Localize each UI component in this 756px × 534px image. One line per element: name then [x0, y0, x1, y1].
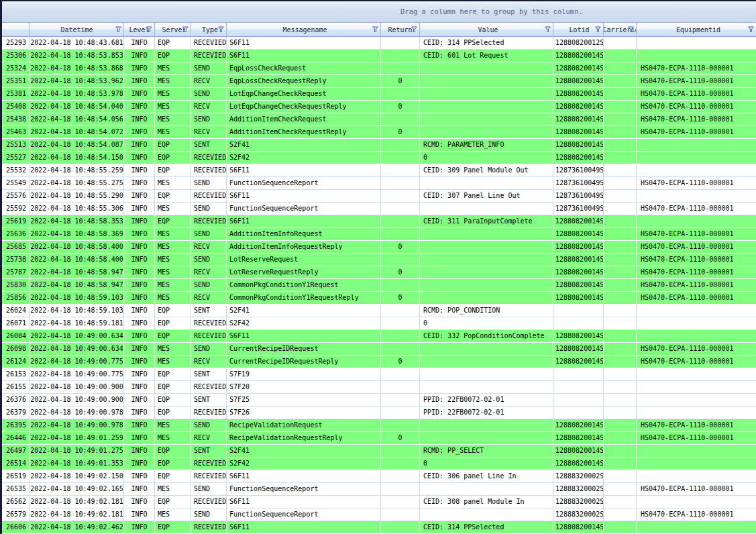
cell-type[interactable]: SENT [191, 394, 227, 407]
table-row[interactable]: 252932022-04-18 10:48:43.681INFOEQPRECEV… [2, 37, 756, 50]
cell-level[interactable]: INFO [124, 126, 155, 139]
cell-type[interactable]: SENT [191, 305, 227, 317]
cell-type[interactable]: RECEVIED [191, 496, 227, 509]
cell-value[interactable] [420, 343, 553, 356]
cell-server[interactable]: EQP [155, 407, 191, 419]
cell-equipmentid[interactable] [637, 445, 756, 458]
cell-carrierid[interactable] [604, 470, 637, 483]
table-row[interactable]: 255272022-04-18 10:48:54.150INFOEQPRECEV… [2, 152, 756, 164]
cell-return[interactable] [381, 521, 420, 534]
cell-server[interactable]: MES [155, 343, 191, 356]
cell-datetime[interactable]: 2022-04-18 10:48:58.947 [30, 266, 124, 279]
cell-rowid[interactable]: 26379 [2, 407, 30, 419]
cell-datetime[interactable]: 2022-04-18 10:49:00.978 [30, 407, 124, 419]
cell-equipmentid[interactable]: HS0470-ECPA-1110-000001 [637, 279, 756, 292]
cell-equipmentid[interactable] [637, 37, 756, 50]
cell-level[interactable]: INFO [124, 407, 155, 419]
cell-datetime[interactable]: 2022-04-18 10:48:59.181 [30, 317, 124, 330]
cell-value[interactable]: CEID: 306 panel Line In [420, 470, 553, 483]
cell-server[interactable]: EQP [155, 164, 191, 177]
cell-rowid[interactable]: 25685 [2, 241, 30, 254]
cell-datetime[interactable]: 2022-04-18 10:48:55.259 [30, 164, 124, 177]
cell-equipmentid[interactable]: HS0470-ECPA-1110-000001 [637, 88, 756, 101]
cell-lotid[interactable]: 12880820014S [553, 254, 604, 266]
cell-return[interactable] [381, 113, 420, 126]
cell-type[interactable]: SEND [191, 419, 227, 432]
cell-messagename[interactable]: FunctionSequenceReport [227, 483, 381, 496]
cell-server[interactable]: MES [155, 279, 191, 292]
table-row[interactable]: 266062022-04-18 10:49:02.462INFOEQPRECEV… [2, 521, 756, 534]
cell-datetime[interactable]: 2022-04-18 10:49:00.634 [30, 343, 124, 356]
cell-type[interactable]: SEND [191, 483, 227, 496]
cell-return[interactable]: 0 [381, 292, 420, 305]
column-header-rowid[interactable] [2, 23, 30, 37]
cell-rowid[interactable]: 25351 [2, 75, 30, 88]
cell-value[interactable] [420, 279, 553, 292]
cell-return[interactable]: 0 [381, 101, 420, 113]
cell-rowid[interactable]: 25619 [2, 215, 30, 228]
table-row[interactable]: 256192022-04-18 10:48:58.353INFOEQPRECEV… [2, 215, 756, 228]
cell-server[interactable]: MES [155, 101, 191, 113]
cell-value[interactable] [420, 88, 553, 101]
cell-carrierid[interactable] [604, 458, 637, 470]
cell-equipmentid[interactable]: HS0470-ECPA-1110-000001 [637, 432, 756, 445]
cell-level[interactable]: INFO [124, 164, 155, 177]
cell-equipmentid[interactable] [637, 381, 756, 394]
table-row[interactable]: 260982022-04-18 10:49:00.634INFOMESSENDC… [2, 343, 756, 356]
cell-carrierid[interactable] [604, 215, 637, 228]
cell-equipmentid[interactable] [637, 368, 756, 381]
cell-return[interactable] [381, 152, 420, 164]
cell-messagename[interactable]: EqpLossCheckRequestReply [227, 75, 381, 88]
cell-datetime[interactable]: 2022-04-18 10:49:00.775 [30, 356, 124, 368]
cell-return[interactable] [381, 381, 420, 394]
cell-rowid[interactable]: 26562 [2, 496, 30, 509]
cell-level[interactable]: INFO [124, 101, 155, 113]
cell-messagename[interactable]: LotReserveRequest [227, 254, 381, 266]
cell-messagename[interactable]: AdditionItemCheckRequestReply [227, 126, 381, 139]
cell-carrierid[interactable] [604, 483, 637, 496]
cell-carrierid[interactable] [604, 62, 637, 75]
cell-value[interactable] [420, 509, 553, 521]
cell-type[interactable]: SENT [191, 368, 227, 381]
cell-type[interactable]: RECV [191, 356, 227, 368]
cell-value[interactable]: RCMD: PARAMETER_INFO [420, 139, 553, 152]
cell-return[interactable]: 0 [381, 241, 420, 254]
cell-carrierid[interactable] [604, 279, 637, 292]
cell-messagename[interactable]: S2F42 [227, 458, 381, 470]
cell-server[interactable]: MES [155, 292, 191, 305]
cell-equipmentid[interactable]: HS0470-ECPA-1110-000001 [637, 356, 756, 368]
cell-datetime[interactable]: 2022-04-18 10:48:58.353 [30, 215, 124, 228]
cell-carrierid[interactable] [604, 152, 637, 164]
cell-datetime[interactable]: 2022-04-18 10:48:53.978 [30, 88, 124, 101]
cell-equipmentid[interactable]: HS0470-ECPA-1110-000001 [637, 292, 756, 305]
cell-messagename[interactable]: S7F19 [227, 368, 381, 381]
cell-datetime[interactable]: 2022-04-18 10:49:02.181 [30, 509, 124, 521]
table-row[interactable]: 257382022-04-18 10:48:58.400INFOMESSENDL… [2, 254, 756, 266]
cell-datetime[interactable]: 2022-04-18 10:49:02.181 [30, 496, 124, 509]
cell-server[interactable]: EQP [155, 50, 191, 62]
table-row[interactable]: 264462022-04-18 10:49:01.259INFOMESRECVR… [2, 432, 756, 445]
cell-carrierid[interactable] [604, 317, 637, 330]
cell-level[interactable]: INFO [124, 75, 155, 88]
cell-messagename[interactable]: AdditionItemCheckRequest [227, 113, 381, 126]
column-header-messagename[interactable]: Messagename [227, 23, 381, 37]
cell-datetime[interactable]: 2022-04-18 10:49:00.634 [30, 330, 124, 343]
cell-return[interactable] [381, 88, 420, 101]
cell-lotid[interactable]: 12880820014S [553, 356, 604, 368]
cell-equipmentid[interactable] [637, 330, 756, 343]
cell-rowid[interactable]: 25592 [2, 203, 30, 215]
cell-return[interactable]: 0 [381, 266, 420, 279]
cell-level[interactable]: INFO [124, 381, 155, 394]
cell-equipmentid[interactable]: HS0470-ECPA-1110-000001 [637, 509, 756, 521]
table-row[interactable]: 254382022-04-18 10:48:54.056INFOMESSENDA… [2, 113, 756, 126]
cell-carrierid[interactable] [604, 228, 637, 241]
cell-level[interactable]: INFO [124, 368, 155, 381]
cell-type[interactable]: RECEVIED [191, 50, 227, 62]
cell-level[interactable]: INFO [124, 305, 155, 317]
cell-server[interactable]: EQP [155, 368, 191, 381]
cell-carrierid[interactable] [604, 101, 637, 113]
cell-datetime[interactable]: 2022-04-18 10:49:00.900 [30, 394, 124, 407]
table-row[interactable]: 260242022-04-18 10:48:59.103INFOEQPSENTS… [2, 305, 756, 317]
cell-equipmentid[interactable] [637, 394, 756, 407]
cell-return[interactable] [381, 50, 420, 62]
